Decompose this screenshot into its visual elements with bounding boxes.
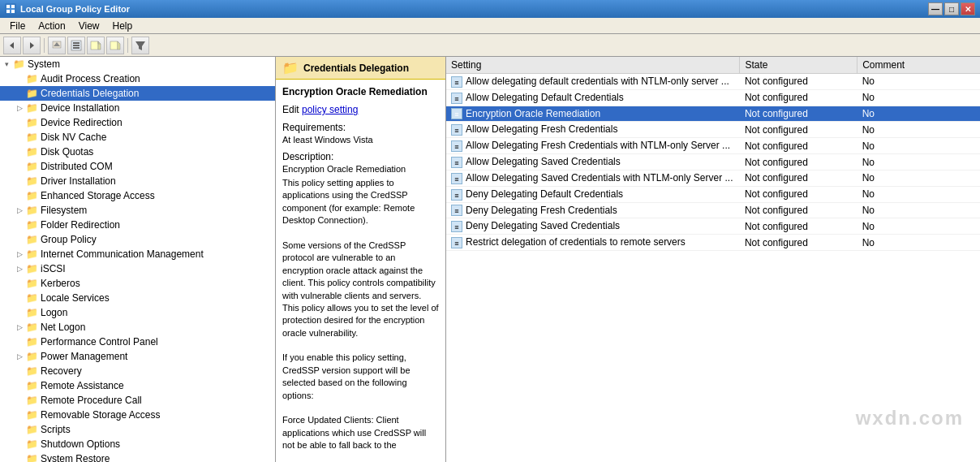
tree-item-locale[interactable]: ▷ 📁 Locale Services bbox=[0, 291, 275, 305]
toolbar-btn-2[interactable] bbox=[67, 37, 85, 54]
tree-label-device-redirect: Device Redirection bbox=[41, 117, 122, 128]
folder-icon-logon: 📁 bbox=[26, 307, 38, 318]
table-row[interactable]: ≡Allow Delegating Fresh Credentials with… bbox=[446, 138, 980, 154]
tree-item-filesystem[interactable]: ▷ 📁 Filesystem bbox=[0, 203, 275, 218]
folder-icon-dist-com: 📁 bbox=[26, 161, 38, 172]
folder-icon-internet: 📁 bbox=[26, 248, 38, 260]
expand-icon-internet[interactable]: ▷ bbox=[15, 249, 24, 259]
menu-help[interactable]: Help bbox=[106, 19, 140, 33]
col-header-state[interactable]: State bbox=[740, 57, 858, 74]
tree-item-disk-quotas[interactable]: ▷ 📁 Disk Quotas bbox=[0, 145, 275, 159]
svg-rect-11 bbox=[73, 45, 80, 46]
col-header-comment[interactable]: Comment bbox=[858, 57, 980, 74]
tree-item-net-logon[interactable]: ▷ 📁 Net Logon bbox=[0, 320, 275, 335]
folder-icon-performance: 📁 bbox=[26, 336, 38, 348]
tree-item-folder-redirect[interactable]: ▷ 📁 Folder Redirection bbox=[0, 218, 275, 232]
detail-description-label: Description: bbox=[282, 151, 439, 162]
back-button[interactable] bbox=[3, 37, 21, 54]
tree-scroll[interactable]: ▾ 📁 System ▷ 📁 Audit Process Creation ▷ … bbox=[0, 57, 275, 462]
table-row[interactable]: ≡Allow Delegating Saved CredentialsNot c… bbox=[446, 154, 980, 171]
tree-item-remote-assist[interactable]: ▷ 📁 Remote Assistance bbox=[0, 378, 275, 393]
folder-icon-kerberos: 📁 bbox=[26, 278, 38, 289]
state-cell: Not configured bbox=[740, 138, 858, 154]
menu-file[interactable]: File bbox=[3, 19, 32, 33]
expand-icon-net-logon[interactable]: ▷ bbox=[15, 322, 24, 332]
tree-label-shutdown: Shutdown Options bbox=[41, 438, 120, 450]
folder-icon-device-redirect: 📁 bbox=[26, 117, 38, 128]
close-button[interactable]: ✕ bbox=[961, 2, 975, 15]
tree-item-kerberos[interactable]: ▷ 📁 Kerberos bbox=[0, 276, 275, 291]
table-row[interactable]: ≡Allow Delegating Saved Credentials with… bbox=[446, 170, 980, 186]
detail-panel: 📁 Credentials Delegation Encryption Orac… bbox=[276, 57, 446, 462]
tree-label-filesystem: Filesystem bbox=[41, 205, 87, 216]
tree-item-logon[interactable]: ▷ 📁 Logon bbox=[0, 305, 275, 320]
settings-table-header: Setting State Comment bbox=[446, 57, 980, 74]
tree-item-enhanced[interactable]: ▷ 📁 Enhanced Storage Access bbox=[0, 188, 275, 203]
tree-label-group-policy: Group Policy bbox=[41, 234, 97, 245]
expand-icon-device-install[interactable]: ▷ bbox=[15, 103, 24, 113]
svg-marker-18 bbox=[118, 41, 120, 50]
table-row[interactable]: ≡Deny Delegating Saved CredentialsNot co… bbox=[446, 218, 980, 235]
settings-scroll[interactable]: Setting State Comment ≡Allow delegating … bbox=[446, 57, 980, 462]
menu-action[interactable]: Action bbox=[32, 19, 71, 33]
tree-item-removable[interactable]: ▷ 📁 Removable Storage Access bbox=[0, 408, 275, 422]
table-row[interactable]: ≡Allow delegating default credentials wi… bbox=[446, 74, 980, 90]
detail-edit-section: Edit policy setting bbox=[282, 104, 439, 115]
tree-item-iscsi[interactable]: ▷ 📁 iSCSI bbox=[0, 261, 275, 276]
tree-item-system[interactable]: ▾ 📁 System bbox=[0, 57, 275, 71]
tree-item-shutdown[interactable]: ▷ 📁 Shutdown Options bbox=[0, 437, 275, 451]
tree-item-device-install[interactable]: ▷ 📁 Device Installation bbox=[0, 101, 275, 115]
col-header-setting[interactable]: Setting bbox=[446, 57, 740, 74]
folder-icon-folder-redirect: 📁 bbox=[26, 219, 38, 231]
filter-button[interactable] bbox=[131, 37, 149, 54]
comment-cell: No bbox=[858, 122, 980, 138]
minimize-button[interactable]: — bbox=[928, 2, 943, 15]
tree-item-dist-com[interactable]: ▷ 📁 Distributed COM bbox=[0, 159, 275, 174]
table-row[interactable]: ≡Allow Delegating Fresh CredentialsNot c… bbox=[446, 122, 980, 138]
expand-icon-iscsi[interactable]: ▷ bbox=[15, 264, 24, 274]
tree-item-group-policy[interactable]: ▷ 📁 Group Policy bbox=[0, 232, 275, 247]
state-cell: Not configured bbox=[740, 122, 858, 138]
settings-table-body: ≡Allow delegating default credentials wi… bbox=[446, 74, 980, 251]
detail-policy-link[interactable]: policy setting bbox=[302, 104, 358, 115]
folder-icon-recovery: 📁 bbox=[26, 365, 38, 377]
svg-rect-13 bbox=[91, 41, 98, 50]
tree-item-audit[interactable]: ▷ 📁 Audit Process Creation bbox=[0, 71, 275, 86]
tree-item-performance[interactable]: ▷ 📁 Performance Control Panel bbox=[0, 335, 275, 349]
tree-item-driver[interactable]: ▷ 📁 Driver Installation bbox=[0, 174, 275, 188]
tree-item-system-restore[interactable]: ▷ 📁 System Restore bbox=[0, 451, 275, 462]
tree-label-removable: Removable Storage Access bbox=[41, 409, 160, 421]
tree-item-disk-nv[interactable]: ▷ 📁 Disk NV Cache bbox=[0, 130, 275, 145]
menu-view[interactable]: View bbox=[72, 19, 106, 33]
folder-icon-driver: 📁 bbox=[26, 175, 38, 187]
tree-label-dist-com: Distributed COM bbox=[41, 161, 113, 172]
up-button[interactable] bbox=[48, 37, 66, 54]
tree-label-recovery: Recovery bbox=[41, 365, 82, 377]
forward-button[interactable] bbox=[23, 37, 41, 54]
tree-item-device-redirect[interactable]: ▷ 📁 Device Redirection bbox=[0, 115, 275, 130]
tree-item-rpc[interactable]: ▷ 📁 Remote Procedure Call bbox=[0, 393, 275, 408]
window-controls[interactable]: — □ ✕ bbox=[928, 2, 975, 15]
state-cell: Not configured bbox=[740, 202, 858, 218]
menu-bar: File Action View Help bbox=[0, 18, 980, 34]
table-row[interactable]: ≡Deny Delegating Fresh CredentialsNot co… bbox=[446, 202, 980, 218]
table-row[interactable]: ≡Allow Delegating Default CredentialsNot… bbox=[446, 89, 980, 106]
expand-icon-filesystem[interactable]: ▷ bbox=[15, 205, 24, 215]
expand-icon-power[interactable]: ▷ bbox=[15, 352, 24, 361]
policy-icon: ≡ bbox=[451, 189, 462, 201]
table-row[interactable]: ≡Encryption Oracle RemediationNot config… bbox=[446, 106, 980, 122]
detail-requirements-section: Requirements: At least Windows Vista bbox=[282, 122, 439, 145]
folder-icon-remote-assist: 📁 bbox=[26, 380, 38, 391]
comment-cell: No bbox=[858, 154, 980, 171]
expand-icon-system[interactable]: ▾ bbox=[2, 59, 11, 69]
tree-item-scripts[interactable]: ▷ 📁 Scripts bbox=[0, 422, 275, 437]
tree-item-power[interactable]: ▷ 📁 Power Management bbox=[0, 349, 275, 364]
maximize-button[interactable]: □ bbox=[944, 2, 959, 15]
table-row[interactable]: ≡Restrict delegation of credentials to r… bbox=[446, 235, 980, 251]
toolbar-btn-4[interactable] bbox=[106, 37, 124, 54]
table-row[interactable]: ≡Deny Delegating Default CredentialsNot … bbox=[446, 186, 980, 202]
tree-item-credentials[interactable]: ▷ 📁 Credentials Delegation bbox=[0, 86, 275, 101]
tree-item-recovery[interactable]: ▷ 📁 Recovery bbox=[0, 364, 275, 378]
toolbar-btn-3[interactable] bbox=[87, 37, 105, 54]
tree-item-internet[interactable]: ▷ 📁 Internet Communication Management bbox=[0, 247, 275, 261]
